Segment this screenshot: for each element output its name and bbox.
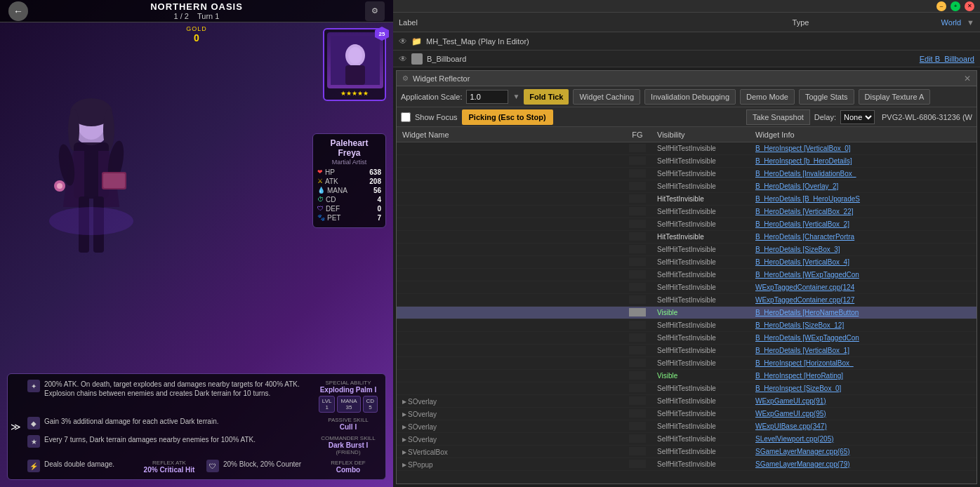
table-row[interactable]: ▶ SOverlaySelfHitTestInvisibleWExpGameUI… [397,408,976,420]
row-widget-info[interactable]: WExpTaggedContainer.cpp(124 [750,283,976,291]
demo-mode-button[interactable]: Demo Mode [740,89,795,105]
table-row[interactable]: ▶ SOverlaySelfHitTestInvisibleWExpGameUI… [397,395,976,408]
skill-icon-reflex-atk[interactable]: ⚡ [27,460,40,472]
row-widget-info[interactable]: WExpGameUI.cpp(95) [750,410,976,418]
table-row[interactable]: SelfHitTestInvisibleWExpTaggedContainer.… [397,281,976,294]
tree-arrow-icon[interactable]: ▶ [402,449,406,455]
skill-icon-special[interactable]: ✦ [27,380,40,392]
table-row[interactable]: SelfHitTestInvisibleB_HeroInspect [SizeB… [397,382,976,395]
row-widget-info[interactable]: B_HeroDetails [B_HeroUpgradeS [750,195,976,203]
row-widget-info[interactable]: B_HeroDetails [SizeBox_3] [750,246,976,253]
scale-dropdown-arrow[interactable]: ▼ [512,93,519,100]
row-visibility: SelfHitTestInvisible [651,157,750,165]
row-widget-info[interactable]: B_HeroDetails [VerticalBox_2] [750,220,976,228]
table-row[interactable]: SelfHitTestInvisibleB_HeroInspect [Verti… [397,142,976,155]
take-snapshot-button[interactable]: Take Snapshot [746,109,810,125]
dropdown-arrow-icon[interactable]: ▼ [967,18,974,27]
toggle-stats-button[interactable]: Toggle Stats [799,89,854,105]
row-widget-info[interactable]: B_HeroDetails [SizeBox_12] [750,321,976,329]
widget-table-container[interactable]: Widget Name FG Visibility Widget Info Se… [397,127,976,483]
table-row[interactable]: SelfHitTestInvisibleB_HeroDetails [SizeB… [397,244,976,256]
row-visibility: SelfHitTestInvisible [651,145,750,152]
widget-caching-button[interactable]: Widget Caching [573,89,640,105]
invalidation-debugging-button[interactable]: Invalidation Debugging [644,89,736,105]
skill-desc-passive: Gain 3% additional damage for each activ… [44,417,312,426]
row-widget-info[interactable]: B_HeroDetails [HeroNameButton [750,309,976,316]
row-widget-info[interactable]: B_HeroDetails [VerticalBox_1] [750,347,976,354]
app-scale-input[interactable] [466,90,508,104]
tree-arrow-icon[interactable]: ▶ [402,436,406,443]
gold-display: GOLD 0 [183,22,210,46]
table-row[interactable]: SelfHitTestInvisibleB_HeroInspect [Horiz… [397,357,976,370]
row-fg [623,258,651,267]
tree-arrow-icon[interactable]: ▶ [402,399,406,405]
table-row[interactable]: VisibleB_HeroDetails [HeroNameButton [397,307,976,319]
row-widget-info[interactable]: B_HeroDetails [InvalidationBox_ [750,170,976,178]
row-widget-info[interactable]: B_HeroInspect [HeroRating] [750,372,976,380]
table-row[interactable]: SelfHitTestInvisibleB_HeroDetails [Verti… [397,206,976,218]
display-texture-button[interactable]: Display Texture A [859,89,931,105]
table-row[interactable]: ▶ SVerticalBoxSelfHitTestInvisibleSGameL… [397,446,976,458]
stat-row-mana: 💧MANA 56 [317,187,381,194]
table-row[interactable]: SelfHitTestInvisibleB_HeroDetails [Overl… [397,180,976,193]
row-widget-info[interactable]: B_HeroInspect [HorizontalBox_ [750,359,976,367]
table-row[interactable]: ▶ SPopupSelfHitTestInvisibleSGameLayerMa… [397,458,976,471]
tree-arrow-icon[interactable]: ▶ [402,411,406,418]
row-widget-info[interactable]: B_HeroDetails [Overlay_2] [750,182,976,190]
row-widget-info[interactable]: SGameLayerManager.cpp(79) [750,460,976,468]
svg-point-17 [348,47,362,64]
tree-arrow-icon[interactable]: ▶ [402,462,406,468]
table-row[interactable]: SelfHitTestInvisibleWExpTaggedContainer.… [397,294,976,307]
edit-billboard-link[interactable]: Edit B_Billboard [920,55,974,63]
minimize-button[interactable]: – [936,1,946,11]
maximize-button[interactable]: + [951,1,960,11]
row-visibility: SelfHitTestInvisible [651,410,750,418]
wr-title-text: Widget Reflector [413,74,960,83]
row-fg [623,144,651,154]
table-row[interactable]: SelfHitTestInvisibleB_HeroDetails [Verti… [397,256,976,269]
table-row[interactable]: SelfHitTestInvisibleB_HeroDetails [SizeB… [397,319,976,332]
table-row[interactable]: ▶ SOverlaySelfHitTestInvisibleWExpUIBase… [397,420,976,433]
row-widget-info[interactable]: B_HeroDetails [CharacterPortra [750,233,976,241]
show-focus-checkbox[interactable] [401,112,411,122]
table-row[interactable]: SelfHitTestInvisibleB_HeroDetails [WExpT… [397,332,976,345]
wr-close-button[interactable]: ✕ [964,74,971,84]
back-button[interactable]: ← [8,1,28,21]
skill-tag-special: SPECIAL ABILITY Exploding Palm I LVL1 MA… [317,380,380,413]
skill-icon-commander[interactable]: ★ [27,435,40,448]
row-widget-info[interactable]: B_HeroDetails [WExpTaggedCon [750,334,976,342]
picking-button[interactable]: Picking (Esc to Stop) [462,109,553,125]
table-row[interactable]: ▶ SOverlaySelfHitTestInvisibleSLevelView… [397,433,976,446]
tree-arrow-icon[interactable]: ▶ [402,424,406,430]
row-widget-info[interactable]: B_HeroDetails [WExpTaggedCon [750,271,976,279]
row-visibility: SelfHitTestInvisible [651,220,750,228]
table-row[interactable]: VisibleB_HeroInspect [HeroRating] [397,370,976,382]
row-widget-info[interactable]: SLevelViewport.cpp(205) [750,435,976,443]
row-widget-info[interactable]: B_HeroInspect [VerticalBox_0] [750,145,976,152]
row-widget-info[interactable]: B_HeroInspect [SizeBox_0] [750,385,976,392]
row-widget-info[interactable]: WExpGameUI.cpp(91) [750,397,976,405]
skill-icon-reflex-def[interactable]: 🛡 [206,460,219,472]
row-widget-info[interactable]: B_HeroDetails [VerticalBox_22] [750,208,976,215]
table-row[interactable]: SelfHitTestInvisibleB_HeroDetails [Verti… [397,345,976,357]
table-row[interactable]: HitTestInvisibleB_HeroDetails [Character… [397,231,976,244]
settings-button[interactable]: ⚙ [365,1,385,21]
skill-desc-special: 200% ATK. On death, target explodes and … [44,380,312,398]
table-row[interactable]: SelfHitTestInvisibleB_HeroDetails [Verti… [397,218,976,231]
close-button[interactable]: ✕ [965,1,974,11]
fg-bar [629,245,646,253]
row-widget-info[interactable]: B_HeroInspect [b_HeroDetails] [750,157,976,165]
skill-arrow-left[interactable]: ≫ [11,421,21,432]
table-row[interactable]: SelfHitTestInvisibleB_HeroDetails [WExpT… [397,269,976,281]
fold-tick-button[interactable]: Fold Tick [524,89,569,105]
skill-icon-passive[interactable]: ◆ [27,417,40,429]
stat-row-cd: ⏱CD 4 [317,196,381,204]
row-widget-info[interactable]: B_HeroDetails [VerticalBox_4] [750,258,976,266]
delay-select[interactable]: None [840,110,875,124]
table-row[interactable]: SelfHitTestInvisibleB_HeroInspect [b_Her… [397,155,976,168]
table-row[interactable]: HitTestInvisibleB_HeroDetails [B_HeroUpg… [397,193,976,206]
row-widget-info[interactable]: WExpUIBase.cpp(347) [750,422,976,430]
table-row[interactable]: SelfHitTestInvisibleB_HeroDetails [Inval… [397,168,976,180]
row-widget-info[interactable]: SGameLayerManager.cpp(65) [750,448,976,455]
row-widget-info[interactable]: WExpTaggedContainer.cpp(127 [750,296,976,304]
